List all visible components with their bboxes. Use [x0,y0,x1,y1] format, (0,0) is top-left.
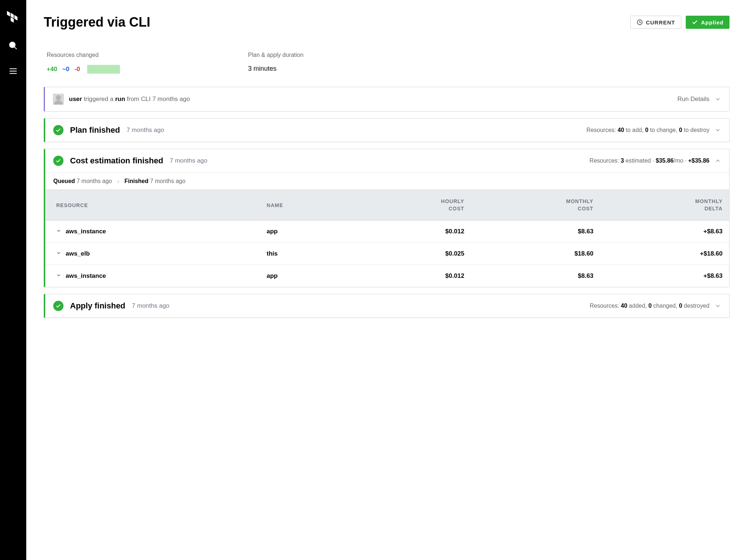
run-details-toggle[interactable]: Run Details [677,96,709,103]
search-icon[interactable] [8,41,18,52]
resources-changed-label: Resources changed [47,52,248,58]
check-circle-icon [53,156,63,166]
clock-icon [636,19,643,26]
svg-point-0 [9,42,15,47]
cell-delta: +$8.63 [600,221,729,243]
cost-card: Cost estimation finished 7 months ago Re… [44,149,729,287]
changed-count: ~0 [62,66,69,73]
resources-changed-values: +40 ~0 -0 [47,65,120,74]
svg-line-1 [14,47,17,49]
change-bar [87,65,120,74]
trigger-text: user triggered a run from CLI 7 months a… [69,96,190,103]
col-monthly: MONTHLYCOST [471,190,600,221]
main-content: Triggered via CLI CURRENT Applied Resour… [26,0,747,560]
check-circle-icon [53,301,63,311]
terraform-logo-icon[interactable] [7,11,19,26]
apply-title: Apply finished [70,301,125,311]
current-label: CURRENT [646,19,675,26]
trigger-card: user triggered a run from CLI 7 months a… [44,87,729,112]
plan-summary: Resources: 40 to add, 0 to change, 0 to … [587,127,709,133]
cell-resource[interactable]: aws_instance [45,221,260,243]
chevron-down-icon[interactable] [56,250,61,257]
table-row: aws_elbthis$0.025$18.60+$18.60 [45,243,729,265]
cell-resource[interactable]: aws_elb [45,243,260,265]
duration-value: 3 minutes [248,65,303,73]
check-circle-icon [53,125,63,135]
avatar [53,94,64,105]
cell-name: this [260,243,355,265]
apply-summary: Resources: 40 added, 0 changed, 0 destro… [590,303,709,309]
check-icon [692,19,698,26]
apply-card: Apply finished 7 months ago Resources: 4… [44,294,729,318]
cost-title: Cost estimation finished [70,156,163,166]
menu-icon[interactable] [8,66,18,77]
sidebar [0,0,26,560]
chevron-down-icon[interactable] [715,127,721,133]
plan-title: Plan finished [70,125,120,135]
cost-table: RESOURCE NAME HOURLYCOST MONTHLYCOST MON… [45,190,729,287]
table-row: aws_instanceapp$0.012$8.63+$8.63 [45,221,729,243]
cell-hourly: $0.012 [355,265,471,287]
cell-monthly: $8.63 [471,265,600,287]
cell-name: app [260,265,355,287]
applied-badge: Applied [686,16,729,29]
cell-name: app [260,221,355,243]
col-delta: MONTHLYDELTA [600,190,729,221]
plan-time: 7 months ago [127,127,164,134]
cell-hourly: $0.012 [355,221,471,243]
chevron-down-icon[interactable] [56,228,61,235]
cost-breadcrumb: Queued 7 months ago › Finished 7 months … [45,172,729,190]
chevron-up-icon[interactable] [715,158,721,164]
cost-summary: Resources: 3 estimated · $35.86/mo · +$3… [589,158,709,164]
apply-time: 7 months ago [132,302,170,310]
cost-time: 7 months ago [170,157,207,164]
page-title: Triggered via CLI [44,15,150,30]
cell-monthly: $8.63 [471,221,600,243]
chevron-down-icon[interactable] [715,303,721,309]
plan-card: Plan finished 7 months ago Resources: 40… [44,118,729,142]
duration-label: Plan & apply duration [248,52,303,58]
cell-delta: +$8.63 [600,265,729,287]
added-count: +40 [47,66,57,73]
applied-label: Applied [701,19,724,26]
chevron-down-icon[interactable] [715,96,721,102]
cell-hourly: $0.025 [355,243,471,265]
cell-delta: +$18.60 [600,243,729,265]
cell-resource[interactable]: aws_instance [45,265,260,287]
current-badge: CURRENT [630,16,681,29]
chevron-down-icon[interactable] [56,272,61,280]
col-resource: RESOURCE [45,190,260,221]
table-row: aws_instanceapp$0.012$8.63+$8.63 [45,265,729,287]
col-hourly: HOURLYCOST [355,190,471,221]
cell-monthly: $18.60 [471,243,600,265]
col-name: NAME [260,190,355,221]
destroyed-count: -0 [74,66,80,73]
